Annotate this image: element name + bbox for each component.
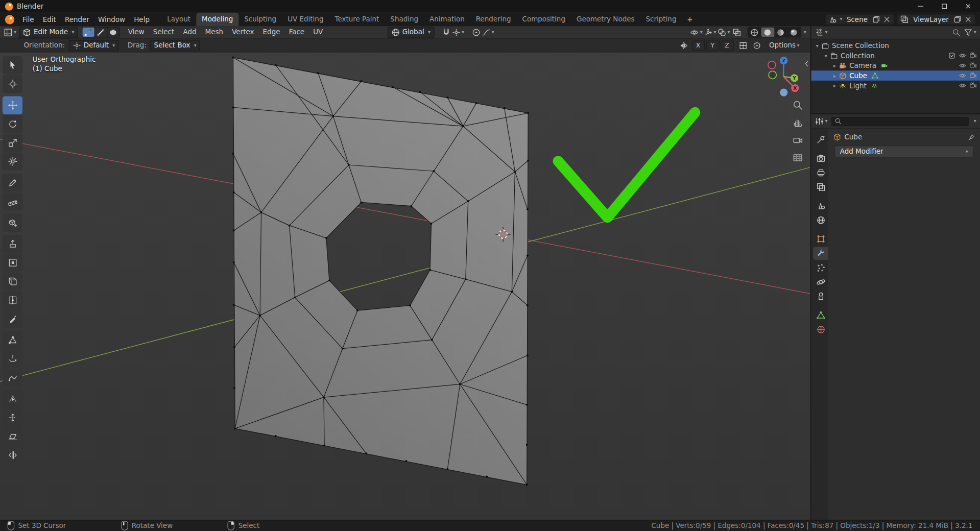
properties-search-input[interactable] — [844, 116, 965, 126]
shading-material-button[interactable] — [774, 28, 787, 37]
tab-physics-icon[interactable] — [813, 276, 828, 289]
eye-toggle-icon[interactable] — [959, 82, 966, 89]
tab-modifier-icon[interactable] — [813, 247, 828, 260]
tool-shrink-button[interactable] — [3, 408, 22, 426]
editor-type-button[interactable]: ▾ — [4, 27, 16, 37]
collapse-icon[interactable]: ▾ — [823, 53, 829, 58]
visibility-dropdown[interactable]: ▾ — [690, 27, 702, 37]
unlink-scene-icon[interactable] — [882, 15, 891, 23]
expand-icon[interactable]: ▸ — [831, 83, 838, 88]
mirror-toggle[interactable] — [678, 40, 689, 51]
viewport-menu-select[interactable]: Select — [149, 26, 179, 38]
new-view-layer-icon[interactable] — [953, 15, 962, 23]
outliner-editor-type-button[interactable]: ▾ — [815, 28, 827, 38]
outliner-row-light[interactable]: ▸Light — [811, 81, 980, 91]
menu-file[interactable]: File — [18, 13, 38, 25]
shading-rendered-button[interactable] — [787, 28, 801, 37]
mesh-plane[interactable] — [233, 58, 528, 485]
tab-data-icon[interactable] — [813, 308, 828, 322]
options-dropdown[interactable]: Options▾ — [764, 39, 803, 51]
expand-icon[interactable]: ▸ — [831, 63, 838, 68]
pin-button[interactable] — [968, 133, 975, 141]
workspace-tab-geometry-nodes[interactable]: Geometry Nodes — [571, 12, 640, 26]
transform-orientation-dropdown[interactable]: Global ▾ — [387, 27, 434, 38]
tool-spin-button[interactable] — [3, 350, 22, 368]
outliner-row-collection[interactable]: ▾Collection — [811, 51, 980, 61]
pan-button[interactable] — [791, 116, 803, 129]
show-gizmos-dropdown[interactable]: ▾ — [704, 27, 716, 37]
tool-scale-button[interactable] — [3, 134, 22, 152]
viewport-menu-add[interactable]: Add — [179, 26, 201, 38]
workspace-tab-sculpting[interactable]: Sculpting — [238, 12, 282, 26]
gizmo-axis[interactable] — [780, 88, 787, 96]
show-overlays-dropdown[interactable]: ▾ — [718, 27, 730, 37]
workspace-tab-scripting[interactable]: Scripting — [640, 12, 682, 26]
gizmo-axis[interactable] — [768, 61, 776, 69]
tool-add-cube-button[interactable] — [3, 213, 22, 231]
viewport-menu-face[interactable]: Face — [284, 26, 309, 38]
scene-selector[interactable]: ▾ Scene — [825, 14, 894, 25]
shading-dropdown[interactable]: ▾ — [804, 30, 806, 35]
camera-toggle-icon[interactable] — [969, 72, 977, 80]
workspace-tab-uv-editing[interactable]: UV Editing — [282, 12, 329, 26]
zoom-button[interactable] — [791, 99, 803, 111]
tool-polybuild-button[interactable] — [3, 331, 22, 349]
shading-wireframe-button[interactable] — [748, 28, 761, 37]
tab-world-icon[interactable] — [813, 213, 828, 227]
new-scene-icon[interactable] — [872, 15, 881, 23]
eye-toggle-icon[interactable] — [959, 52, 966, 60]
tool-measure-button[interactable] — [3, 192, 22, 210]
shading-solid-button[interactable] — [761, 28, 775, 37]
tab-output-icon[interactable] — [813, 166, 828, 179]
tab-constraint-icon[interactable] — [813, 290, 828, 303]
menu-help[interactable]: Help — [130, 13, 154, 25]
gizmo-axis[interactable] — [769, 71, 776, 79]
vertex-select-mode-button[interactable] — [82, 28, 94, 37]
tab-object-icon[interactable] — [813, 232, 828, 246]
expand-icon[interactable]: ▸ — [831, 73, 838, 79]
checkbox-toggle-icon[interactable] — [948, 52, 956, 60]
tab-render-icon[interactable] — [813, 152, 828, 165]
view-layer-selector[interactable]: ViewLayer — [898, 14, 975, 25]
mode-dropdown[interactable]: Edit Mode ▾ — [19, 27, 78, 38]
tool-knife-button[interactable] — [3, 310, 22, 328]
tool-annotate-button[interactable] — [3, 174, 22, 191]
outliner-row-cube[interactable]: ▸Cube — [811, 70, 980, 81]
face-select-mode-button[interactable] — [107, 28, 119, 37]
properties-editor-type-button[interactable]: ▾ — [815, 116, 827, 127]
xray-toggle[interactable] — [731, 27, 743, 37]
tool-rotate-button[interactable] — [3, 115, 22, 133]
edge-select-mode-button[interactable] — [95, 28, 107, 37]
tab-particles-icon[interactable] — [813, 261, 828, 274]
tab-material-icon[interactable] — [813, 323, 828, 336]
menu-render[interactable]: Render — [60, 13, 93, 25]
maximize-button[interactable] — [933, 0, 957, 12]
viewport-menu-mesh[interactable]: Mesh — [201, 26, 228, 38]
tool-smooth-button[interactable] — [3, 369, 22, 387]
tab-viewlayer-icon[interactable] — [813, 181, 828, 194]
workspace-tab-modeling[interactable]: Modeling — [196, 12, 238, 26]
outliner-row-camera[interactable]: ▸Camera — [811, 61, 980, 71]
close-button[interactable] — [956, 0, 980, 12]
axis-toggle-x[interactable]: X — [691, 40, 705, 51]
tool-move-button[interactable] — [3, 96, 22, 114]
viewport-menu-edge[interactable]: Edge — [258, 26, 284, 38]
workspace-tab-texture-paint[interactable]: Texture Paint — [329, 12, 385, 26]
snapping-toggle[interactable] — [440, 27, 451, 37]
outliner-filter-button[interactable]: ▾ — [964, 28, 976, 38]
tool-extrude-button[interactable] — [3, 235, 22, 253]
menu-window[interactable]: Window — [93, 13, 129, 25]
tool-edgeslide-button[interactable] — [3, 390, 22, 407]
tool-cursor-button[interactable] — [3, 75, 22, 93]
axis-toggle-y[interactable]: Y — [706, 40, 719, 51]
tool-bevel-button[interactable] — [3, 272, 22, 290]
menu-edit[interactable]: Edit — [38, 13, 60, 25]
orientation-dropdown[interactable]: Default ▾ — [68, 40, 118, 51]
camera-toggle-icon[interactable] — [969, 82, 977, 89]
viewport-menu-vertex[interactable]: Vertex — [228, 26, 258, 38]
workspace-tab-rendering[interactable]: Rendering — [470, 12, 517, 26]
workspace-tab-compositing[interactable]: Compositing — [517, 12, 571, 26]
eye-toggle-icon[interactable] — [959, 72, 966, 80]
navigation-gizmo[interactable]: ZYX — [760, 54, 805, 99]
viewport-menu-view[interactable]: View — [124, 26, 149, 38]
